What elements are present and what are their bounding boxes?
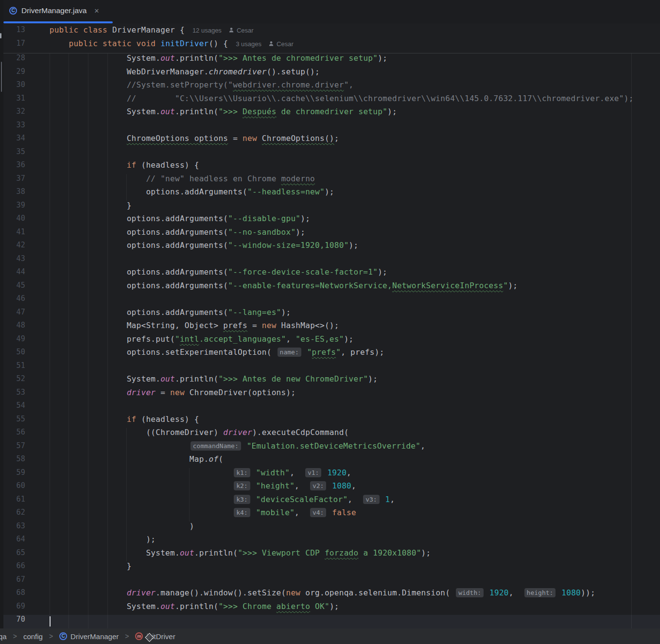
tab-drivermanager-java[interactable]: C DriverManager.java ✕ [3,0,105,21]
line-number[interactable]: 67 [0,575,30,589]
line-number[interactable]: 34 [0,134,30,147]
usages-hint[interactable]: 3 usages [236,40,261,48]
line-number[interactable]: 32 [0,107,30,121]
code-line-47[interactable]: 47 options.addArguments("--lang=es"); [0,308,660,321]
code-line-13[interactable]: 13 public class DriverManager {12 usages… [0,25,660,39]
left-mini-scrollbar[interactable] [1,62,2,92]
line-number[interactable]: 57 [0,441,30,455]
line-number[interactable]: 39 [0,201,30,214]
breadcrumb-item-config[interactable]: config [23,632,43,641]
line-number[interactable]: 60 [0,481,30,495]
code-line-62[interactable]: 62 k4: "mobile", v4: false [0,508,660,522]
line-number[interactable]: 38 [0,187,30,201]
line-number[interactable]: 28 [0,53,30,67]
code-line-38[interactable]: 38 options.addArguments("--headless=new"… [0,187,660,201]
code-line-50[interactable]: 50 options.setExperimentalOption( name: … [0,348,660,361]
line-number[interactable]: 41 [0,227,30,241]
code-line-32[interactable]: 32 System.out.println(">>> Después de ch… [0,107,660,121]
code-line-37[interactable]: 37 // "new" headless en Chrome moderno [0,174,660,188]
code-line-49[interactable]: 49 prefs.put("intl.accept_languages", "e… [0,334,660,348]
code-line-36[interactable]: 36 if (headless) { [0,160,660,174]
code-line-46[interactable]: 46 [0,294,660,308]
line-number[interactable]: 48 [0,321,30,334]
code-line-51[interactable]: 51 [0,361,660,375]
line-number[interactable]: 62 [0,508,30,522]
line-number[interactable]: 47 [0,308,30,321]
line-number[interactable]: 64 [0,535,30,548]
code-line-58[interactable]: 58 Map.of( [0,454,660,468]
code-line-59[interactable]: 59 k1: "width", v1: 1920, [0,468,660,482]
line-number[interactable]: 68 [0,588,30,602]
code-line-56[interactable]: 56 ((ChromeDriver) driver).executeCdpCom… [0,428,660,441]
line-number[interactable]: 58 [0,454,30,468]
code-line-60[interactable]: 60 k2: "height", v2: 1080, [0,481,660,495]
line-number[interactable]: 50 [0,348,30,361]
line-number[interactable]: 13 [0,25,30,39]
line-number[interactable]: 46 [0,294,30,308]
line-number[interactable]: 59 [0,468,30,482]
code-line-67[interactable]: 67 [0,575,660,589]
line-number[interactable]: 35 [0,147,30,161]
line-number[interactable]: 56 [0,428,30,441]
line-number[interactable]: 61 [0,495,30,508]
line-number[interactable]: 31 [0,94,30,107]
line-number[interactable]: 70 [0,615,30,628]
line-number[interactable]: 51 [0,361,30,375]
usages-hint[interactable]: 12 usages [192,27,222,34]
code-line-66[interactable]: 66 } [0,561,660,575]
line-number[interactable]: 54 [0,401,30,415]
line-number[interactable]: 42 [0,241,30,254]
code-line-31[interactable]: 31 // "C:\\Users\\Usuario\\.cache\\selen… [0,94,660,107]
line-number[interactable]: 49 [0,334,30,348]
code-line-57[interactable]: 57 commandName: "Emulation.setDeviceMetr… [0,441,660,455]
code-line-69[interactable]: 69 System.out.println(">>> Chrome abiert… [0,602,660,615]
code-line-54[interactable]: 54 [0,401,660,415]
breadcrumb-item-qa[interactable]: qa [0,632,7,641]
breadcrumb-item-drivermanager[interactable]: CDriverManager [59,632,119,641]
code-line-55[interactable]: 55 if (headless) { [0,415,660,428]
line-number[interactable]: 55 [0,415,30,428]
line-number[interactable]: 45 [0,281,30,295]
line-number[interactable]: 66 [0,561,30,575]
line-number[interactable]: 37 [0,174,30,188]
line-number[interactable]: 69 [0,602,30,615]
code-line-61[interactable]: 61 k3: "deviceScaleFactor", v3: 1, [0,495,660,508]
code-line-44[interactable]: 44 options.addArguments("--force-device-… [0,267,660,281]
line-number[interactable]: 33 [0,121,30,134]
code-line-41[interactable]: 41 options.addArguments("--no-sandbox"); [0,227,660,241]
code-line-29[interactable]: 29 WebDriverManager.chromedriver().setup… [0,67,660,81]
line-number[interactable]: 43 [0,254,30,268]
code-line-65[interactable]: 65 System.out.println(">>> Viewport CDP … [0,548,660,562]
code-line-35[interactable]: 35 [0,147,660,161]
code-line-52[interactable]: 52 System.out.println(">>> Antes de new … [0,374,660,388]
line-number[interactable]: 63 [0,522,30,535]
code-line-30[interactable]: 30 //System.setProperty("webdriver.chrom… [0,80,660,94]
code-line-39[interactable]: 39 } [0,201,660,214]
code-line-64[interactable]: 64 ); [0,535,660,548]
code-line-48[interactable]: 48 Map<String, Object> prefs = new HashM… [0,321,660,334]
line-number[interactable]: 29 [0,67,30,81]
code-editor[interactable]: 28 System.out.println(">>> Antes de chro… [0,53,660,628]
author-hint[interactable]: Cesar [277,40,294,48]
line-number[interactable]: 36 [0,160,30,174]
close-icon[interactable]: ✕ [94,7,99,15]
line-number[interactable]: 65 [0,548,30,562]
code-line-68[interactable]: 68 driver.manage().window().setSize(new … [0,588,660,602]
code-line-33[interactable]: 33 [0,121,660,134]
line-number[interactable]: 17 [0,39,30,52]
author-hint[interactable]: Cesar [237,27,254,34]
code-line-42[interactable]: 42 options.addArguments("--window-size=1… [0,241,660,254]
code-line-70[interactable]: 70 [0,615,660,628]
code-line-63[interactable]: 63 ) [0,522,660,535]
code-line-53[interactable]: 53 driver = new ChromeDriver(options); [0,388,660,401]
code-line-43[interactable]: 43 [0,254,660,268]
code-line-40[interactable]: 40 options.addArguments("--disable-gpu")… [0,214,660,227]
breadcrumb-item-initdriver[interactable]: minitDriver [135,632,175,641]
line-number[interactable]: 40 [0,214,30,227]
line-number[interactable]: 30 [0,80,30,94]
line-number[interactable]: 44 [0,267,30,281]
code-line-45[interactable]: 45 options.addArguments("--enable-featur… [0,281,660,295]
code-line-34[interactable]: 34 ChromeOptions options = new ChromeOpt… [0,134,660,147]
code-line-17[interactable]: 17 public static void initDriver() {3 us… [0,39,660,52]
sticky-lines-header[interactable]: 13 public class DriverManager {12 usages… [0,23,660,53]
